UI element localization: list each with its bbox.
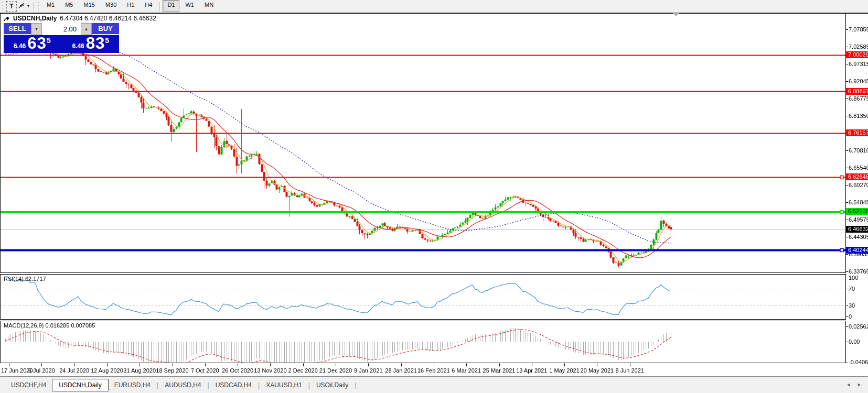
date-axis-label: 20 May 2021 bbox=[581, 367, 614, 374]
rsi-label: RSI(14) 62.1717 bbox=[4, 276, 46, 282]
chart-tab-XAUUSD-H1[interactable]: XAUUSD,H1 bbox=[260, 379, 308, 391]
price-line-label: 6.62646 bbox=[846, 173, 868, 180]
date-axis-label: 21 Dec 2020 bbox=[319, 367, 352, 374]
y-axis-label: -0.040687 bbox=[849, 359, 868, 365]
price-line-label: 6.76157 bbox=[846, 129, 868, 136]
date-axis-label: 16 Feb 2021 bbox=[417, 367, 450, 374]
y-axis-label: 6.49575 bbox=[849, 216, 868, 223]
chart-tab-EURUSD-H4[interactable]: EURUSD,H4 bbox=[109, 379, 156, 391]
trade-controls-row: SELL ▼ ▲ BUY bbox=[4, 23, 119, 35]
tab-scroll-right-icon[interactable]: ► bbox=[857, 382, 862, 387]
y-axis-label: 0 bbox=[849, 313, 852, 320]
current-price-label: 6.46632 bbox=[846, 226, 868, 233]
date-axis-label: 25 Mar 2021 bbox=[483, 367, 516, 374]
chart-tab-USOil-Daily[interactable]: USOil,Daily bbox=[310, 379, 354, 391]
date-axis-label: 28 Jan 2021 bbox=[385, 367, 417, 374]
price-line-label: 6.88897 bbox=[846, 88, 868, 95]
y-axis-label: 6.54845 bbox=[849, 199, 868, 205]
chart-ohlc-values: 6.47304 6.47420 6.46214 6.46632 bbox=[60, 15, 156, 22]
date-axis-label: 7 Oct 2020 bbox=[191, 367, 219, 374]
date-axis-label: 8 Jun 2021 bbox=[615, 367, 644, 374]
chart-header: USDCNH,Daily 6.47304 6.47420 6.46214 6.4… bbox=[3, 15, 156, 22]
date-axis-label: 13 Apr 2021 bbox=[516, 367, 547, 374]
buy-price-big: 83 bbox=[86, 36, 105, 51]
macd-label: MACD(12,26,9) 0.016285 0.007085 bbox=[4, 322, 95, 329]
date-axis-label: 13 Nov 2020 bbox=[254, 367, 286, 374]
tab-separator: | bbox=[208, 381, 209, 389]
one-click-trade-panel: SELL ▼ ▲ BUY 6.46 63 5 6.46 83 5 bbox=[4, 23, 119, 53]
date-axis-label: 2 Dec 2020 bbox=[288, 367, 318, 374]
trading-terminal: T ▼ M1M5M15M30H1H4D1W1MN USDCNH,Daily 6.… bbox=[0, 0, 868, 393]
tab-separator: | bbox=[308, 381, 310, 389]
y-axis-label: 0.025623 bbox=[849, 323, 868, 330]
date-axis-label: 26 Oct 2020 bbox=[222, 367, 253, 374]
y-axis-label: 6.33765 bbox=[849, 268, 868, 275]
y-axis-label: 6.92045 bbox=[849, 78, 868, 84]
price-line-label: 7.00029 bbox=[846, 51, 868, 58]
sell-price-small: 6.46 bbox=[14, 41, 26, 51]
chart-tabs: USDCHF,H4USDCNH,DailyEURUSD,H4|AUDUSD,H4… bbox=[5, 379, 357, 391]
chart-tab-USDCAD-H4[interactable]: USDCAD,H4 bbox=[210, 379, 258, 391]
y-axis-label: 70 bbox=[849, 286, 855, 292]
y-axis-label: 0.00 bbox=[849, 339, 860, 345]
y-axis-label: 6.65540 bbox=[849, 165, 868, 171]
sell-price[interactable]: 6.46 63 5 bbox=[4, 35, 61, 53]
volume-input[interactable] bbox=[42, 23, 81, 35]
y-axis-label: 7.07855 bbox=[849, 26, 868, 32]
chart-tab-USDCHF-H4[interactable]: USDCHF,H4 bbox=[5, 379, 52, 391]
y-axis-label: 6.97315 bbox=[849, 61, 868, 67]
date-axis-label: 9 Jan 2021 bbox=[354, 367, 382, 374]
tab-separator: | bbox=[355, 381, 356, 389]
chart-tab-bar: USDCHF,H4USDCNH,DailyEURUSD,H4|AUDUSD,H4… bbox=[0, 376, 868, 393]
price-line-label: 6.40244 bbox=[846, 247, 868, 254]
date-axis-label: 24 Jul 2020 bbox=[59, 367, 89, 374]
y-axis-label: 6.60270 bbox=[849, 182, 868, 188]
price-chart-canvas[interactable] bbox=[0, 0, 868, 393]
tab-separator: | bbox=[157, 381, 158, 389]
trade-prices-row: 6.46 63 5 6.46 83 5 bbox=[4, 35, 119, 53]
y-axis-label: 6.70810 bbox=[849, 147, 868, 154]
buy-price-sup: 5 bbox=[105, 36, 109, 45]
volume-increase-button[interactable]: ▲ bbox=[81, 23, 92, 35]
date-axis-label: 31 Aug 2020 bbox=[123, 367, 156, 374]
chart-symbol-period: USDCNH,Daily bbox=[13, 15, 57, 22]
buy-price-small: 6.46 bbox=[72, 41, 84, 51]
chart-tab-USDCNH-Daily[interactable]: USDCNH,Daily bbox=[52, 379, 108, 391]
y-axis-label: 6.81350 bbox=[849, 113, 868, 119]
date-axis-label: 1 May 2021 bbox=[549, 367, 579, 374]
sell-price-big: 63 bbox=[27, 36, 46, 51]
tab-scroll-arrows: ◄ ► bbox=[846, 382, 862, 387]
sell-price-sup: 5 bbox=[47, 36, 51, 45]
y-axis-label: 30 bbox=[849, 302, 855, 309]
buy-price[interactable]: 6.46 83 5 bbox=[62, 35, 120, 53]
buy-button[interactable]: BUY bbox=[92, 23, 119, 35]
y-axis-label: 6.44305 bbox=[849, 234, 868, 240]
window-splitter-icon[interactable] bbox=[673, 13, 679, 16]
y-axis-label: 6.86775 bbox=[849, 95, 868, 102]
date-axis-label: 6 Jul 2020 bbox=[28, 367, 55, 374]
tab-separator: | bbox=[258, 381, 260, 389]
tab-scroll-left-icon[interactable]: ◄ bbox=[846, 382, 851, 387]
sell-button[interactable]: SELL bbox=[4, 23, 31, 35]
chart-arrow-icon bbox=[3, 15, 10, 21]
date-axis-label: 12 Aug 2020 bbox=[91, 367, 123, 374]
volume-decrease-button[interactable]: ▼ bbox=[31, 23, 42, 35]
date-axis-label: 6 Mar 2021 bbox=[452, 367, 481, 374]
y-axis-label: 7.02585 bbox=[849, 43, 868, 50]
date-axis-label: 18 Sep 2020 bbox=[156, 367, 188, 374]
price-line-label: 6.52108 bbox=[846, 208, 868, 215]
chart-tab-AUDUSD-H4[interactable]: AUDUSD,H4 bbox=[159, 379, 207, 391]
y-axis-label: 100 bbox=[849, 275, 858, 281]
